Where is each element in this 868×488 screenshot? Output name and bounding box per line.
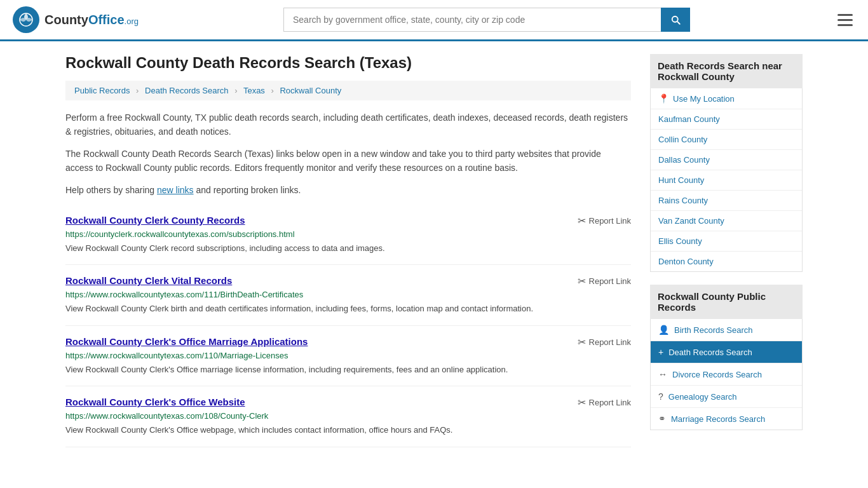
site-header: CountyOffice.org [0,0,868,41]
van-zandt-county-link[interactable]: Van Zandt County [651,211,802,231]
nearby-list: 📍 Use My Location Kaufman County Collin … [650,88,803,272]
birth-records-link[interactable]: 👤 Birth Records Search [651,319,802,341]
public-records-section: Rockwall County Public Records 👤 Birth R… [650,285,803,430]
record-title-4[interactable]: Rockwall County Clerk's Office Website [65,396,245,407]
death-records-item[interactable]: + Death Records Search [651,341,802,363]
record-title-3[interactable]: Rockwall County Clerk's Office Marriage … [65,336,308,347]
record-header: Rockwall County Clerk's Office Website ✂… [65,396,631,409]
sidebar: Death Records Search near Rockwall Count… [650,54,803,447]
divorce-records-link[interactable]: ↔ Divorce Records Search [651,363,802,385]
menu-button[interactable] [835,11,855,29]
use-location-item[interactable]: 📍 Use My Location [651,88,802,109]
breadcrumb-public-records[interactable]: Public Records [74,86,130,95]
content-area: Rockwall County Death Records Search (Te… [65,54,631,447]
report-icon-4: ✂ [578,396,586,409]
logo-icon [13,6,39,33]
logo-area[interactable]: CountyOffice.org [13,6,139,33]
public-records-header: Rockwall County Public Records [650,285,803,319]
collin-county-link[interactable]: Collin County [651,130,802,149]
birth-records-item[interactable]: 👤 Birth Records Search [651,319,802,341]
genealogy-item[interactable]: ? Genealogy Search [651,386,802,408]
description-2: The Rockwall County Death Records Search… [65,147,631,175]
divorce-records-item[interactable]: ↔ Divorce Records Search [651,363,802,386]
record-header: Rockwall County Clerk's Office Marriage … [65,336,631,348]
record-url-3[interactable]: https://www.rockwallcountytexas.com/110/… [65,351,631,360]
marriage-records-link[interactable]: ⚭ Marriage Records Search [651,408,802,430]
death-records-link[interactable]: + Death Records Search [651,341,802,363]
record-desc-3: View Rockwall County Clerk's Office marr… [65,363,631,376]
menu-line-2 [837,19,853,21]
nearby-county-6[interactable]: Ellis County [651,231,802,252]
genealogy-label: Genealogy Search [668,392,737,402]
menu-line-3 [837,24,853,26]
report-icon-2: ✂ [578,275,586,287]
record-title-1[interactable]: Rockwall County Clerk County Records [65,215,245,226]
breadcrumb-sep-3: › [271,86,274,95]
record-desc-1: View Rockwall County Clerk record subscr… [65,242,631,255]
birth-records-icon: 👤 [658,325,669,335]
record-header: Rockwall County Clerk County Records ✂ R… [65,215,631,227]
report-icon-3: ✂ [578,336,586,348]
record-item: Rockwall County Clerk Vital Records ✂ Re… [65,265,631,326]
genealogy-icon: ? [658,391,663,402]
logo-office: Office [88,13,125,27]
main-container: Rockwall County Death Records Search (Te… [53,41,815,460]
ellis-county-link[interactable]: Ellis County [651,231,802,251]
search-area [283,8,690,32]
breadcrumb-death-records[interactable]: Death Records Search [145,86,229,95]
record-title-2[interactable]: Rockwall County Clerk Vital Records [65,275,232,286]
breadcrumb-texas[interactable]: Texas [243,86,265,95]
nearby-county-3[interactable]: Hunt County [651,170,802,191]
nearby-county-0[interactable]: Kaufman County [651,109,802,130]
record-item: Rockwall County Clerk County Records ✂ R… [65,205,631,266]
nearby-header: Death Records Search near Rockwall Count… [650,54,803,88]
record-desc-4: View Rockwall County Clerk's Office webp… [65,424,631,437]
nearby-section: Death Records Search near Rockwall Count… [650,54,803,272]
description-1: Perform a free Rockwall County, TX publi… [65,111,631,139]
logo-text: CountyOffice.org [44,13,139,27]
search-button[interactable] [661,8,690,32]
new-links-link[interactable]: new links [157,185,194,195]
nearby-county-4[interactable]: Rains County [651,191,802,211]
genealogy-link[interactable]: ? Genealogy Search [651,386,802,407]
report-link-2[interactable]: ✂ Report Link [578,275,631,287]
breadcrumb-sep-1: › [136,86,139,95]
nearby-county-5[interactable]: Van Zandt County [651,211,802,231]
use-location-link[interactable]: 📍 Use My Location [651,88,802,109]
nearby-county-1[interactable]: Collin County [651,130,802,150]
menu-line-1 [837,14,853,16]
use-location-label: Use My Location [673,94,735,104]
nearby-county-7[interactable]: Denton County [651,252,802,271]
report-link-3[interactable]: ✂ Report Link [578,336,631,348]
location-icon: 📍 [658,93,669,104]
divorce-records-icon: ↔ [658,369,667,379]
search-input[interactable] [283,8,661,32]
marriage-records-label: Marriage Records Search [671,414,765,424]
report-link-4[interactable]: ✂ Report Link [578,396,631,409]
rains-county-link[interactable]: Rains County [651,191,802,210]
public-records-list: 👤 Birth Records Search + Death Records S… [650,319,803,430]
description-3: Help others by sharing new links and rep… [65,183,631,197]
breadcrumb-rockwall[interactable]: Rockwall County [280,86,341,95]
record-url-4[interactable]: https://www.rockwallcountytexas.com/108/… [65,411,631,421]
divorce-records-label: Divorce Records Search [672,370,762,379]
breadcrumb: Public Records › Death Records Search › … [65,81,631,100]
hunt-county-link[interactable]: Hunt County [651,170,802,190]
marriage-records-item[interactable]: ⚭ Marriage Records Search [651,408,802,430]
breadcrumb-sep-2: › [234,86,237,95]
birth-records-label: Birth Records Search [674,325,753,335]
death-records-icon: + [658,347,663,357]
record-url-1[interactable]: https://countyclerk.rockwallcountytexas.… [65,229,631,239]
record-item: Rockwall County Clerk's Office Marriage … [65,326,631,387]
death-records-label: Death Records Search [668,348,752,357]
kaufman-county-link[interactable]: Kaufman County [651,109,802,129]
report-icon-1: ✂ [578,215,586,227]
dallas-county-link[interactable]: Dallas County [651,150,802,170]
record-url-2[interactable]: https://www.rockwallcountytexas.com/111/… [65,290,631,299]
record-item: Rockwall County Clerk's Office Website ✂… [65,386,631,447]
record-desc-2: View Rockwall County Clerk birth and dea… [65,302,631,315]
report-link-1[interactable]: ✂ Report Link [578,215,631,227]
nearby-county-2[interactable]: Dallas County [651,150,802,170]
denton-county-link[interactable]: Denton County [651,252,802,271]
record-header: Rockwall County Clerk Vital Records ✂ Re… [65,275,631,287]
